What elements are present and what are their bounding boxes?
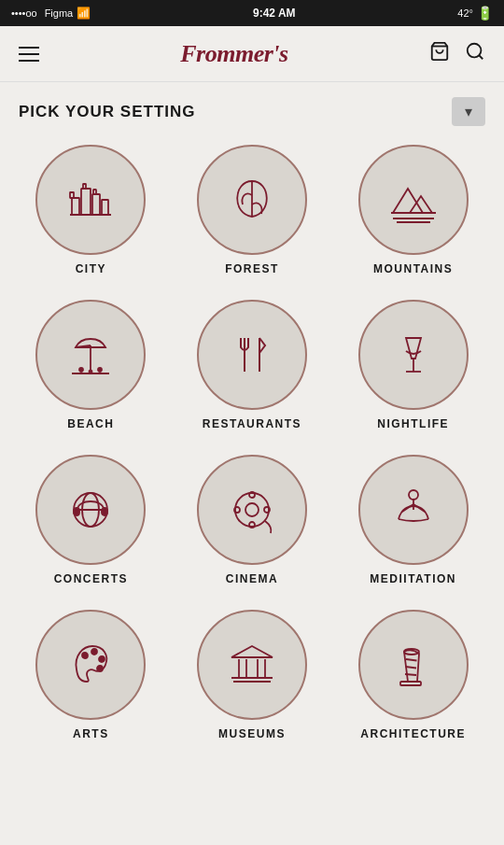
svg-rect-6 xyxy=(92,194,100,215)
status-right: 42° 🔋 xyxy=(457,6,493,21)
wifi-icon: 📶 xyxy=(77,7,91,20)
setting-item-architecture[interactable]: ARCHITECTURE xyxy=(337,602,489,748)
dropdown-button[interactable]: ▾ xyxy=(452,97,485,126)
svg-point-41 xyxy=(91,649,97,655)
menu-line xyxy=(19,47,39,49)
svg-rect-57 xyxy=(400,682,421,685)
svg-line-38 xyxy=(402,504,413,512)
setting-item-mountains[interactable]: MOUNTAINS xyxy=(337,137,489,283)
setting-item-cinema[interactable]: CINEMA xyxy=(176,447,329,593)
status-time: 9:42 AM xyxy=(253,7,296,20)
setting-item-restaurants[interactable]: RESTAURANTS xyxy=(176,292,329,438)
city-circle xyxy=(35,145,146,255)
svg-point-34 xyxy=(234,507,240,513)
wifi-label: Figma xyxy=(45,7,74,19)
svg-rect-5 xyxy=(83,184,86,189)
svg-rect-28 xyxy=(74,508,79,515)
setting-item-museums[interactable]: MUSEUMS xyxy=(176,602,329,748)
svg-marker-44 xyxy=(231,646,273,657)
menu-line xyxy=(19,53,39,55)
setting-item-concerts[interactable]: CONCERTS xyxy=(15,447,167,593)
svg-rect-4 xyxy=(81,189,91,215)
arts-label: ARTS xyxy=(73,727,109,740)
signal-dots: ••••oo xyxy=(11,7,37,19)
svg-point-43 xyxy=(97,666,103,671)
architecture-circle xyxy=(358,610,469,720)
concerts-label: CONCERTS xyxy=(54,572,128,585)
mountains-circle xyxy=(358,145,469,255)
setting-item-forest[interactable]: FOREST xyxy=(176,137,329,283)
menu-line xyxy=(19,60,39,62)
battery-icon: 🔋 xyxy=(477,6,493,21)
svg-point-40 xyxy=(82,653,88,658)
svg-point-42 xyxy=(99,656,105,662)
section-header: PICK YOUR SETTING ▾ xyxy=(0,82,504,137)
concerts-circle xyxy=(35,455,146,565)
dropdown-label: ▾ xyxy=(465,103,472,120)
forest-label: FOREST xyxy=(225,262,279,275)
mountains-label: MOUNTAINS xyxy=(373,262,453,275)
status-left: ••••oo Figma 📶 xyxy=(11,7,91,20)
svg-rect-29 xyxy=(102,508,107,515)
arts-circle xyxy=(35,610,146,720)
nightlife-circle xyxy=(358,300,469,410)
setting-item-beach[interactable]: BEACH xyxy=(15,292,167,438)
setting-item-nightlife[interactable]: NIGHTLIFE xyxy=(337,292,489,438)
beach-circle xyxy=(35,300,146,410)
museums-label: MUSEUMS xyxy=(218,727,286,740)
svg-line-53 xyxy=(405,674,416,675)
svg-point-18 xyxy=(98,368,102,372)
menu-button[interactable] xyxy=(19,47,39,62)
battery-percent: 42° xyxy=(457,7,473,19)
meditation-label: MEDIITATION xyxy=(370,572,456,585)
city-label: CITY xyxy=(76,262,106,275)
svg-line-55 xyxy=(406,659,417,661)
svg-point-31 xyxy=(245,503,259,516)
setting-item-meditation[interactable]: MEDIITATION xyxy=(337,447,489,593)
architecture-label: ARCHITECTURE xyxy=(360,727,466,740)
svg-rect-8 xyxy=(102,200,108,215)
restaurants-label: RESTAURANTS xyxy=(203,417,301,430)
svg-point-16 xyxy=(79,368,83,372)
status-bar: ••••oo Figma 📶 9:42 AM 42° 🔋 xyxy=(0,0,504,26)
svg-rect-3 xyxy=(70,192,74,198)
svg-rect-7 xyxy=(93,190,96,194)
setting-item-arts[interactable]: ARTS xyxy=(15,602,167,748)
beach-label: BEACH xyxy=(67,417,114,430)
svg-rect-2 xyxy=(72,198,79,215)
search-icon[interactable] xyxy=(465,41,485,66)
setting-item-city[interactable]: CITY xyxy=(15,137,167,283)
svg-point-36 xyxy=(409,490,418,500)
cinema-label: CINEMA xyxy=(226,572,278,585)
restaurants-circle xyxy=(197,300,307,410)
svg-line-39 xyxy=(413,504,425,512)
svg-point-17 xyxy=(90,371,92,373)
nightlife-label: NIGHTLIFE xyxy=(377,417,449,430)
meditation-circle xyxy=(358,455,469,565)
header-icons xyxy=(429,41,485,66)
cart-icon[interactable] xyxy=(429,41,450,66)
svg-point-1 xyxy=(468,44,482,58)
forest-circle xyxy=(197,145,307,255)
app-header: Frommer's xyxy=(0,26,504,82)
svg-line-54 xyxy=(405,667,416,669)
section-title: PICK YOUR SETTING xyxy=(19,103,196,121)
cinema-circle xyxy=(197,455,307,565)
svg-point-35 xyxy=(264,507,270,513)
app-logo: Frommer's xyxy=(180,40,287,68)
settings-grid: CITY FOREST MOUN xyxy=(0,137,504,748)
museums-circle xyxy=(197,610,307,720)
